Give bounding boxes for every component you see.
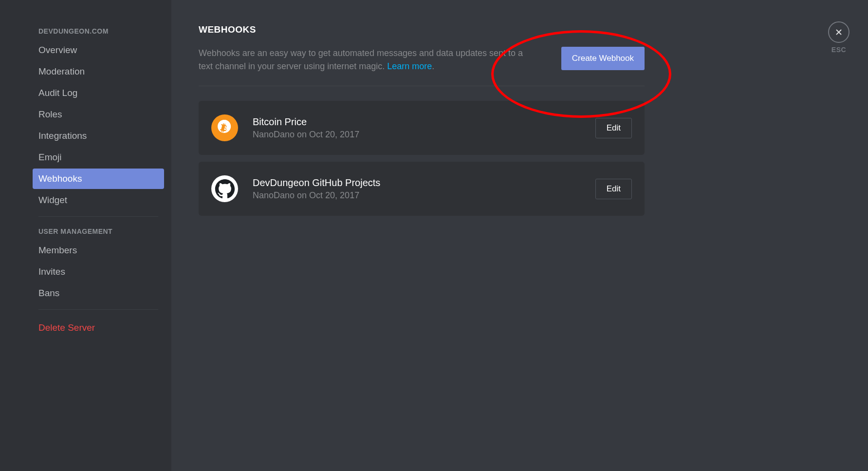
sidebar-item-integrations[interactable]: Integrations xyxy=(33,126,164,146)
create-webhook-button[interactable]: Create Webhook xyxy=(561,47,645,70)
description-text: Webhooks are an easy way to get automate… xyxy=(199,48,523,71)
sidebar-item-bans[interactable]: Bans xyxy=(33,283,164,303)
webhook-list: Bitcoin Price NanoDano on Oct 20, 2017 E… xyxy=(199,101,645,216)
sidebar-item-audit-log[interactable]: Audit Log xyxy=(33,83,164,103)
webhook-card: DevDungeon GitHub Projects NanoDano on O… xyxy=(199,162,645,216)
sidebar-section-header-server: DEVDUNGEON.COM xyxy=(33,24,164,38)
learn-more-link[interactable]: Learn more xyxy=(387,61,432,71)
webhook-meta: NanoDano on Oct 20, 2017 xyxy=(253,130,595,140)
edit-webhook-button[interactable]: Edit xyxy=(595,179,632,199)
webhook-name: DevDungeon GitHub Projects xyxy=(253,177,595,188)
main-content: ESC WEBHOOKS Webhooks are an easy way to… xyxy=(171,0,868,471)
settings-sidebar: DEVDUNGEON.COM Overview Moderation Audit… xyxy=(0,0,171,471)
sidebar-item-overview[interactable]: Overview xyxy=(33,40,164,60)
close-label: ESC xyxy=(831,46,846,54)
github-icon xyxy=(211,175,238,202)
sidebar-divider xyxy=(38,309,158,310)
sidebar-divider xyxy=(38,216,158,217)
webhook-meta: NanoDano on Oct 20, 2017 xyxy=(253,190,595,201)
edit-webhook-button[interactable]: Edit xyxy=(595,118,632,138)
sidebar-item-widget[interactable]: Widget xyxy=(33,190,164,210)
page-header-row: Webhooks are an easy way to get automate… xyxy=(199,47,645,86)
webhook-info: Bitcoin Price NanoDano on Oct 20, 2017 xyxy=(253,116,595,140)
sidebar-item-members[interactable]: Members xyxy=(33,240,164,261)
webhook-name: Bitcoin Price xyxy=(253,116,595,128)
close-icon xyxy=(834,28,843,37)
description-suffix: . xyxy=(432,61,434,71)
sidebar-item-delete-server[interactable]: Delete Server xyxy=(33,318,164,338)
close-container: ESC xyxy=(828,21,850,54)
webhook-card: Bitcoin Price NanoDano on Oct 20, 2017 E… xyxy=(199,101,645,155)
sidebar-section-header-user-management: USER MANAGEMENT xyxy=(33,225,164,238)
sidebar-item-webhooks[interactable]: Webhooks xyxy=(33,169,164,189)
page-description: Webhooks are an easy way to get automate… xyxy=(199,47,530,73)
close-button[interactable] xyxy=(828,21,850,43)
bitcoin-icon xyxy=(211,114,238,141)
sidebar-item-moderation[interactable]: Moderation xyxy=(33,61,164,82)
sidebar-item-invites[interactable]: Invites xyxy=(33,262,164,282)
sidebar-item-emoji[interactable]: Emoji xyxy=(33,147,164,168)
sidebar-item-roles[interactable]: Roles xyxy=(33,104,164,125)
page-title: WEBHOOKS xyxy=(199,24,645,35)
webhook-info: DevDungeon GitHub Projects NanoDano on O… xyxy=(253,177,595,201)
